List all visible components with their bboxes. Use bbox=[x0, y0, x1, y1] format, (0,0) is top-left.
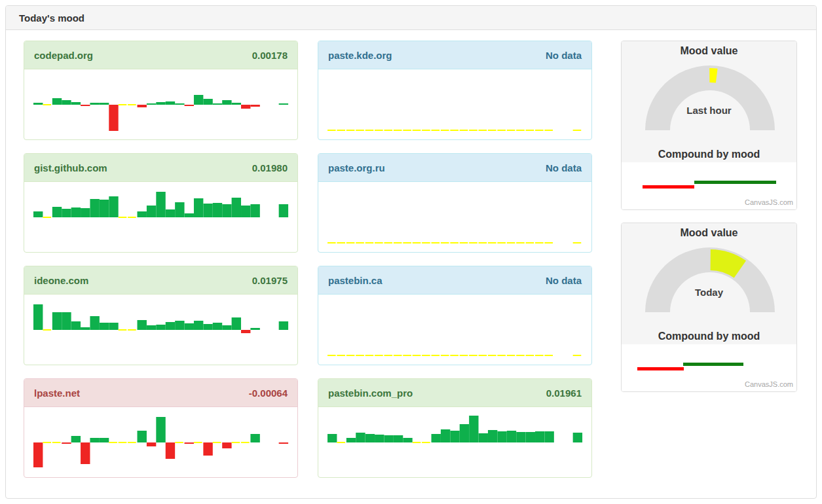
page-title: Today's mood bbox=[19, 12, 84, 24]
site-name: paste.org.ru bbox=[328, 162, 385, 173]
panel-pastebin-com-pro: pastebin.com_pro 0.01961 bbox=[318, 378, 592, 478]
gauge-title: Mood value bbox=[622, 45, 796, 57]
compound-positive-bar bbox=[694, 181, 776, 184]
compound-negative-bar bbox=[643, 185, 694, 189]
mood-gauge: Mood value Today Compound by mood bbox=[622, 223, 796, 344]
panel-paste-org-ru: paste.org.ru No data bbox=[318, 153, 592, 253]
site-value: 0.01975 bbox=[252, 275, 288, 286]
canvasjs-watermark-link[interactable]: CanvasJS.com bbox=[745, 380, 793, 388]
site-value: No data bbox=[546, 162, 582, 173]
panel-header: paste.kde.org No data bbox=[318, 41, 591, 69]
mood-bar-chart bbox=[24, 182, 297, 251]
gauge-period-label: Last hour bbox=[622, 105, 796, 116]
site-value: 0.00178 bbox=[252, 50, 288, 61]
panel-header: lpaste.net -0.00064 bbox=[24, 379, 297, 407]
panel-header: gist.github.com 0.01980 bbox=[24, 154, 297, 182]
site-value: 0.01961 bbox=[546, 387, 582, 399]
mood-bar-chart bbox=[318, 407, 591, 477]
gauge-panel-today: Mood value Today Compound by mood Canvas… bbox=[621, 223, 797, 392]
gauge-period-label: Today bbox=[622, 287, 796, 298]
mood-bar-chart bbox=[24, 407, 297, 477]
panel-paste-kde-org: paste.kde.org No data bbox=[318, 41, 592, 140]
panel-header: pastebin.com_pro 0.01961 bbox=[318, 379, 591, 407]
panel-lpaste-net: lpaste.net -0.00064 bbox=[24, 378, 298, 478]
mood-gauge: Mood value Last hour Compound by mood bbox=[622, 41, 796, 162]
gauge-donut bbox=[622, 41, 796, 162]
gauge-title: Mood value bbox=[622, 227, 796, 239]
site-value: 0.01980 bbox=[252, 162, 288, 173]
site-value: No data bbox=[546, 50, 582, 61]
site-name: pastebin.ca bbox=[328, 275, 383, 286]
canvasjs-watermark-link[interactable]: CanvasJS.com bbox=[745, 198, 793, 206]
panel-header: pastebin.ca No data bbox=[318, 266, 591, 295]
compound-chart: CanvasJS.com bbox=[622, 344, 796, 391]
site-name: ideone.com bbox=[34, 275, 88, 286]
compound-negative-bar bbox=[637, 367, 684, 370]
panel-codepad-org: codepad.org 0.00178 bbox=[24, 41, 298, 140]
compound-title: Compound by mood bbox=[622, 331, 796, 342]
panel-pastebin-ca: pastebin.ca No data bbox=[318, 266, 592, 365]
compound-positive-bar bbox=[683, 363, 743, 366]
panel-ideone-com: ideone.com 0.01975 bbox=[24, 266, 298, 365]
mood-bar-chart bbox=[24, 295, 297, 364]
gauge-donut bbox=[622, 223, 796, 344]
mood-bar-chart bbox=[318, 295, 591, 364]
gauge-panel-last-hour: Mood value Last hour Compound by mood Ca… bbox=[621, 41, 797, 210]
mood-bar-chart bbox=[318, 69, 591, 139]
page-header: Today's mood bbox=[6, 6, 816, 30]
site-value: -0.00064 bbox=[249, 387, 288, 399]
site-name: codepad.org bbox=[34, 50, 93, 61]
compound-chart: CanvasJS.com bbox=[622, 162, 796, 209]
mood-bar-chart bbox=[24, 69, 297, 139]
dashboard-container: Today's mood codepad.org 0.00178 gist.gi… bbox=[5, 5, 817, 499]
site-name: gist.github.com bbox=[34, 162, 107, 173]
site-name: pastebin.com_pro bbox=[328, 387, 413, 399]
panel-gist-github-com: gist.github.com 0.01980 bbox=[24, 153, 298, 253]
compound-title: Compound by mood bbox=[622, 149, 796, 160]
panel-header: codepad.org 0.00178 bbox=[24, 41, 297, 69]
mood-bar-chart bbox=[318, 182, 591, 251]
panel-header: paste.org.ru No data bbox=[318, 154, 591, 182]
site-value: No data bbox=[546, 275, 582, 286]
site-name: lpaste.net bbox=[34, 387, 80, 399]
panel-header: ideone.com 0.01975 bbox=[24, 266, 297, 295]
site-name: paste.kde.org bbox=[328, 50, 392, 61]
